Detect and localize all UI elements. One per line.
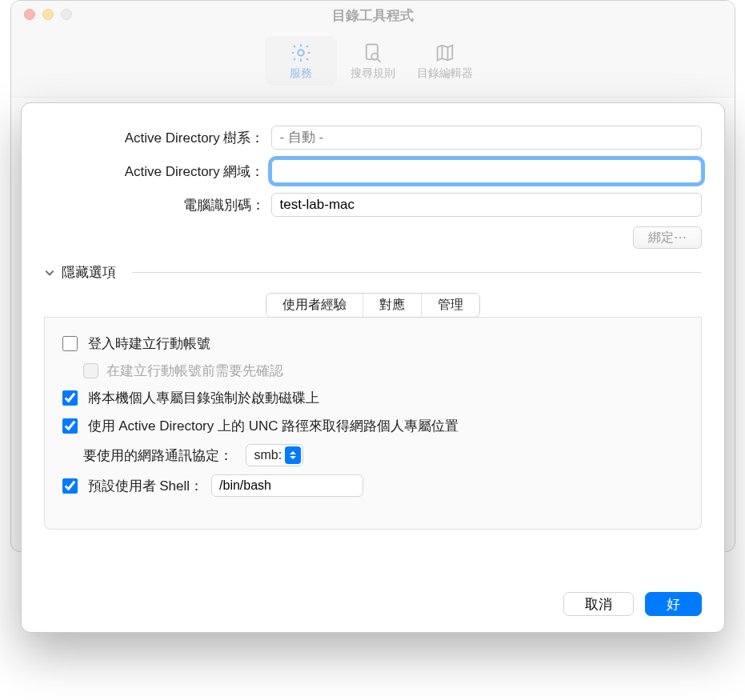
map-icon <box>412 41 478 65</box>
forest-input[interactable] <box>271 126 702 150</box>
svg-point-0 <box>298 50 303 55</box>
bind-button: 綁定⋯ <box>633 226 702 249</box>
computer-id-label: 電腦識別碼： <box>44 196 271 214</box>
domain-input[interactable] <box>271 159 702 183</box>
tab-directory-editor[interactable]: 目錄編輯器 <box>409 36 481 86</box>
ad-config-sheet: Active Directory 樹系： Active Directory 網域… <box>21 102 725 633</box>
tab-mappings[interactable]: 對應 <box>363 294 422 317</box>
document-search-icon <box>340 41 406 65</box>
tab-search-policy-label: 搜尋規則 <box>340 66 406 81</box>
options-tabs: 使用者經驗 對應 管理 <box>266 293 480 318</box>
tab-user-experience[interactable]: 使用者經驗 <box>266 294 363 317</box>
tab-services[interactable]: 服務 <box>265 36 337 86</box>
minimize-icon[interactable] <box>42 9 54 20</box>
updown-icon <box>285 446 301 464</box>
force-home-checkbox[interactable] <box>62 390 78 406</box>
protocol-label: 要使用的網路通訊協定： <box>83 446 233 465</box>
tab-admin[interactable]: 管理 <box>422 294 479 317</box>
disclosure-label: 隱藏選項 <box>62 263 116 282</box>
divider <box>132 272 702 273</box>
unc-path-label: 使用 Active Directory 上的 UNC 路徑來取得網路個人專屬位置 <box>88 417 459 435</box>
tab-directory-editor-label: 目錄編輯器 <box>412 66 478 81</box>
unc-path-checkbox[interactable] <box>62 418 78 434</box>
domain-label: Active Directory 網域： <box>44 162 271 181</box>
options-panel: 登入時建立行動帳號 在建立行動帳號前需要先確認 將本機個人專屬目錄強制於啟動磁碟… <box>44 317 702 530</box>
chevron-down-icon <box>44 267 55 278</box>
force-home-label: 將本機個人專屬目錄強制於啟動磁碟上 <box>88 389 319 407</box>
tab-search-policy[interactable]: 搜尋規則 <box>337 36 409 86</box>
zoom-icon <box>61 9 72 20</box>
ok-button[interactable]: 好 <box>645 592 702 616</box>
mobile-account-label: 登入時建立行動帳號 <box>88 334 210 353</box>
forest-label: Active Directory 樹系： <box>44 129 271 147</box>
hide-options-disclosure[interactable]: 隱藏選項 <box>44 263 702 282</box>
protocol-value: smb: <box>254 448 282 462</box>
shell-label: 預設使用者 Shell： <box>88 477 204 495</box>
gear-icon <box>268 41 334 65</box>
titlebar: 目錄工具程式 <box>11 1 735 30</box>
window-title: 目錄工具程式 <box>11 6 735 25</box>
toolbar: 服務 搜尋規則 目錄編輯器 <box>11 30 735 98</box>
shell-checkbox[interactable] <box>62 478 78 494</box>
confirm-before-checkbox <box>83 363 98 378</box>
confirm-before-label: 在建立行動帳號前需要先確認 <box>106 362 283 380</box>
protocol-select[interactable]: smb: <box>246 444 304 466</box>
tab-services-label: 服務 <box>268 66 334 81</box>
close-icon[interactable] <box>24 9 35 20</box>
shell-input[interactable] <box>211 474 363 497</box>
computer-id-input[interactable] <box>271 193 702 217</box>
cancel-button[interactable]: 取消 <box>563 592 634 616</box>
mobile-account-checkbox[interactable] <box>62 336 78 351</box>
